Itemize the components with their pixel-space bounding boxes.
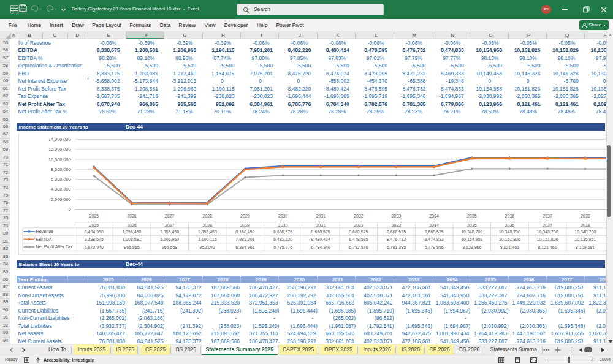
- svg-text:1,206,960: 1,206,960: [160, 237, 179, 241]
- svg-text:2037: 2037: [543, 213, 552, 218]
- svg-text:8,668,575: 8,668,575: [273, 229, 292, 233]
- svg-text:10,348,700: 10,348,700: [461, 229, 482, 233]
- svg-text:2035: 2035: [466, 213, 476, 218]
- svg-text:2030: 2030: [278, 222, 287, 227]
- svg-text:2026: 2026: [127, 213, 137, 218]
- svg-text:8,121,461: 8,121,461: [538, 245, 557, 249]
- svg-text:8,482,220: 8,482,220: [273, 237, 292, 241]
- svg-text:10,348,700: 10,348,700: [536, 229, 558, 233]
- svg-text:Net Profit After Tax: Net Profit After Tax: [36, 244, 72, 249]
- svg-text:6,784,340: 6,784,340: [311, 245, 330, 249]
- svg-text:6,670,940: 6,670,940: [84, 245, 103, 249]
- svg-text:6,384,961: 6,384,961: [235, 245, 254, 249]
- svg-text:2036: 2036: [504, 222, 514, 227]
- svg-text:8,494,950: 8,494,950: [84, 229, 103, 233]
- svg-text:7,981,201: 7,981,201: [235, 237, 254, 241]
- svg-text:10,000,000: 10,000,000: [48, 156, 70, 162]
- svg-text:1,190,115: 1,190,115: [197, 237, 216, 241]
- svg-text:2030: 2030: [278, 213, 287, 218]
- svg-text:2036: 2036: [504, 213, 514, 218]
- svg-text:2032: 2032: [354, 213, 364, 218]
- svg-text:8,160,450: 8,160,450: [235, 229, 254, 233]
- svg-text:10,154,958: 10,154,958: [461, 237, 482, 241]
- svg-text:2031: 2031: [316, 222, 326, 227]
- svg-text:6,782,876: 6,782,876: [349, 245, 368, 249]
- svg-text:2029: 2029: [240, 222, 250, 227]
- svg-text:8,474,833: 8,474,833: [424, 237, 443, 241]
- svg-text:2029: 2029: [240, 213, 250, 218]
- svg-text:8,480,424: 8,480,424: [311, 237, 330, 241]
- svg-text:Revenue: Revenue: [36, 229, 53, 234]
- svg-text:10,151,826: 10,151,826: [536, 237, 558, 241]
- svg-text:1,356,450: 1,356,450: [160, 229, 179, 233]
- svg-text:8,338,675: 8,338,675: [84, 237, 103, 241]
- svg-text:EBITDA: EBITDA: [36, 236, 51, 241]
- svg-text:2032: 2032: [354, 222, 364, 227]
- svg-text:2034: 2034: [429, 213, 439, 218]
- svg-text:2025: 2025: [89, 213, 99, 218]
- svg-text:2038: 2038: [580, 213, 590, 218]
- svg-text:8,121,461: 8,121,461: [500, 245, 519, 249]
- svg-text:8,123,966: 8,123,966: [462, 245, 481, 249]
- svg-text:2025: 2025: [89, 222, 99, 227]
- svg-text:6,000,000: 6,000,000: [51, 176, 70, 182]
- svg-text:2033: 2033: [391, 222, 401, 227]
- svg-text:2035: 2035: [466, 222, 476, 227]
- svg-text:8,668,575: 8,668,575: [311, 229, 330, 233]
- svg-text:0: 0: [68, 207, 70, 212]
- svg-text:1,356,450: 1,356,450: [197, 229, 216, 233]
- svg-text:2026: 2026: [127, 222, 137, 227]
- svg-text:4,000,000: 4,000,000: [51, 186, 70, 192]
- svg-text:2027: 2027: [164, 222, 174, 227]
- svg-text:8,668,575: 8,668,575: [386, 229, 405, 233]
- svg-text:6,785,776: 6,785,776: [273, 245, 292, 249]
- svg-text:8,668,575: 8,668,575: [424, 229, 443, 233]
- svg-text:966,865: 966,865: [124, 245, 139, 249]
- svg-text:12,000,000: 12,000,000: [48, 146, 70, 152]
- svg-text:10,348,700: 10,348,700: [498, 229, 520, 233]
- svg-text:2031: 2031: [316, 213, 326, 218]
- svg-text:6,779,866: 6,779,866: [424, 245, 443, 249]
- svg-text:2027: 2027: [164, 213, 174, 218]
- svg-text:2028: 2028: [202, 222, 212, 227]
- svg-text:2,000,000: 2,000,000: [51, 196, 70, 202]
- svg-text:965,568: 965,568: [161, 245, 177, 249]
- svg-text:14,000,000: 14,000,000: [48, 136, 70, 142]
- svg-text:2028: 2028: [202, 213, 212, 218]
- svg-text:2033: 2033: [391, 213, 401, 218]
- svg-text:10,135,851: 10,135,851: [574, 237, 596, 241]
- svg-text:2034: 2034: [429, 222, 439, 227]
- svg-text:2038: 2038: [580, 222, 590, 227]
- svg-text:8,109,681: 8,109,681: [576, 245, 595, 249]
- svg-text:8,000,000: 8,000,000: [51, 166, 70, 172]
- svg-text:6,781,385: 6,781,385: [386, 245, 405, 249]
- svg-text:8,668,575: 8,668,575: [349, 229, 368, 233]
- svg-text:8,476,732: 8,476,732: [386, 237, 405, 241]
- svg-text:8,478,595: 8,478,595: [349, 237, 368, 241]
- svg-text:1,208,581: 1,208,581: [122, 237, 141, 241]
- svg-text:10,151,826: 10,151,826: [498, 237, 520, 241]
- svg-text:10,348,700: 10,348,700: [574, 229, 596, 233]
- svg-text:2037: 2037: [543, 222, 552, 227]
- svg-text:1,356,450: 1,356,450: [122, 229, 141, 233]
- svg-text:952,092: 952,092: [199, 245, 215, 249]
